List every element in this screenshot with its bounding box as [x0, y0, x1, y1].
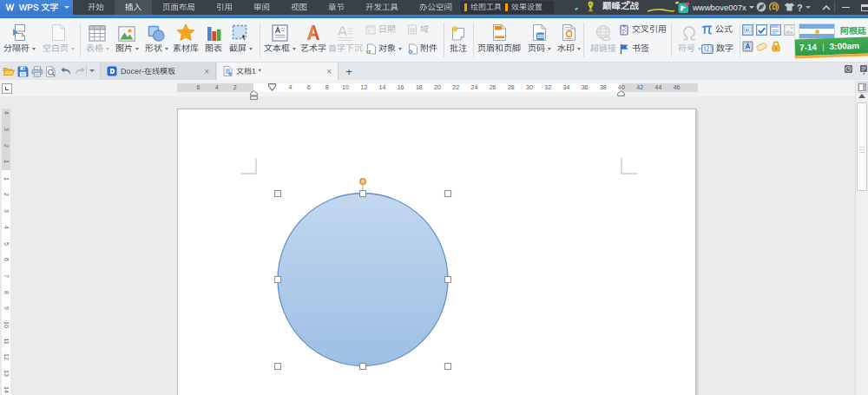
ribbon-button-blank-page[interactable] — [39, 21, 77, 60]
title-bar: wwwbove007x ? — [0, 0, 868, 15]
undo-button[interactable] — [59, 65, 72, 77]
redo-button[interactable] — [73, 65, 86, 77]
help-button[interactable]: ? — [797, 0, 811, 15]
promo-banner[interactable] — [573, 0, 686, 15]
menu-tab-section[interactable] — [318, 0, 355, 15]
menu-tab-references[interactable] — [206, 0, 243, 15]
blank-page-label — [43, 44, 69, 53]
ribbon-button-cross-reference[interactable] — [619, 23, 667, 36]
form-field-shading-icon[interactable] — [742, 41, 753, 52]
ribbon-button-formula[interactable] — [701, 23, 733, 36]
document-canvas[interactable]: 43211234567891011121314 — [0, 96, 868, 395]
ribbon-button-watermark[interactable] — [552, 21, 585, 60]
vertical-ruler[interactable]: 43211234567891011121314 — [2, 109, 10, 395]
history-clock-icon[interactable] — [845, 64, 852, 75]
cross-reference-icon — [619, 24, 629, 36]
collapse-ribbon-button[interactable] — [819, 0, 834, 15]
document-icon — [223, 66, 233, 76]
ribbon-group-divider — [740, 23, 740, 57]
shirt-icon[interactable] — [784, 2, 795, 12]
ruler-number: 20 — [434, 83, 441, 92]
ruler-number: 2 — [2, 190, 10, 199]
ribbon-button-header-footer[interactable] — [474, 21, 524, 60]
task-pane-button[interactable] — [858, 82, 868, 93]
bookmark-flag-icon — [619, 43, 629, 55]
account-button[interactable]: wwwbove007x — [678, 0, 754, 15]
ribbon-button-date[interactable] — [365, 23, 396, 36]
doc-tab-docer[interactable]: × — [100, 63, 216, 80]
maximize-button[interactable] — [861, 0, 868, 15]
contextual-tab-effect-settings[interactable] — [501, 1, 554, 14]
save-button[interactable] — [16, 65, 30, 77]
combo-form-field-icon[interactable] — [770, 24, 781, 36]
menu-tab-label — [88, 3, 104, 12]
attachment-icon — [407, 43, 418, 55]
oval-shape[interactable] — [278, 194, 448, 366]
hyperlink-globe-icon — [595, 21, 612, 42]
ribbon-button-text-box[interactable] — [260, 21, 299, 60]
ruler-number: 24 — [470, 83, 477, 92]
menu-tab-label — [125, 3, 141, 12]
print-button[interactable] — [30, 65, 43, 77]
ribbon-button-screenshot[interactable] — [223, 21, 258, 60]
ruler-band: 6422468101214161820222426283032343638404… — [0, 80, 868, 96]
scrollbar-thumb[interactable] — [857, 102, 867, 191]
scroll-up-arrow[interactable] — [858, 94, 865, 98]
formula-label — [715, 25, 733, 34]
print-preview-button[interactable] — [44, 65, 57, 77]
menu-tab-developer[interactable] — [355, 0, 409, 15]
ribbon-button-object[interactable] — [365, 43, 402, 55]
app-menu-button[interactable] — [0, 0, 73, 15]
ribbon-button-attachment[interactable] — [407, 43, 437, 55]
text-form-field-icon[interactable] — [742, 24, 753, 36]
menu-tab-insert[interactable] — [115, 0, 152, 15]
close-tab-icon[interactable]: × — [326, 67, 332, 76]
menu-tab-home[interactable] — [77, 0, 115, 15]
ruler-number: 46 — [674, 83, 681, 92]
vertical-scrollbar[interactable] — [855, 80, 868, 395]
header-footer-label — [477, 44, 521, 53]
docer-coin-icon[interactable] — [769, 2, 779, 12]
ribbon-button-word-art[interactable] — [298, 21, 329, 60]
ribbon-button-field[interactable] — [407, 23, 429, 36]
page-number-label — [528, 44, 545, 53]
menu-tab-workspace[interactable] — [409, 0, 463, 15]
rotation-handle[interactable] — [360, 179, 365, 184]
docer-icon — [107, 66, 117, 76]
menu-tab-review[interactable] — [243, 0, 280, 15]
ruler-number: 10 — [342, 83, 349, 92]
tab-list-icon[interactable] — [860, 64, 868, 75]
ruler-number: 16 — [398, 83, 404, 92]
maximize-icon — [861, 4, 868, 11]
ribbon-button-page-break[interactable] — [0, 21, 39, 60]
ribbon-button-hyperlink[interactable] — [584, 21, 622, 60]
menu-tab-view[interactable] — [280, 0, 318, 15]
close-tab-icon[interactable]: × — [204, 67, 209, 76]
open-button[interactable] — [2, 65, 15, 77]
ribbon-button-comment[interactable] — [444, 21, 472, 60]
ribbon-button-bookmark[interactable] — [619, 43, 649, 55]
header-footer-icon — [492, 21, 507, 42]
picture-label — [115, 44, 133, 53]
hanging-indent-marker[interactable] — [250, 90, 258, 100]
ribbon-button-number[interactable] — [701, 43, 733, 55]
checkbox-form-field-icon[interactable] — [756, 24, 767, 36]
object-icon — [365, 43, 376, 55]
worldcup-match-widget[interactable]: 7-14 | 3:00am — [795, 18, 868, 63]
tab-stop-selector[interactable] — [2, 83, 12, 94]
doc-tab-label — [236, 68, 261, 76]
browser-icon[interactable] — [756, 2, 766, 12]
ribbon-button-page-number[interactable] — [523, 21, 556, 60]
ribbon-button-drop-cap[interactable] — [326, 21, 365, 60]
task-pane-icon — [858, 83, 866, 91]
doc-tab-document1[interactable]: × — [217, 63, 339, 80]
right-indent-marker[interactable] — [617, 90, 625, 96]
customize-toolbar-arrow[interactable] — [89, 69, 95, 72]
eraser-icon[interactable] — [756, 41, 767, 52]
minimize-button[interactable] — [838, 0, 853, 15]
first-line-indent-marker[interactable] — [268, 83, 276, 91]
lock-icon[interactable] — [770, 41, 781, 52]
new-tab-button[interactable]: + — [339, 63, 359, 80]
menu-tab-page-layout[interactable] — [152, 0, 206, 15]
dropdown-arrow-icon — [398, 48, 402, 50]
